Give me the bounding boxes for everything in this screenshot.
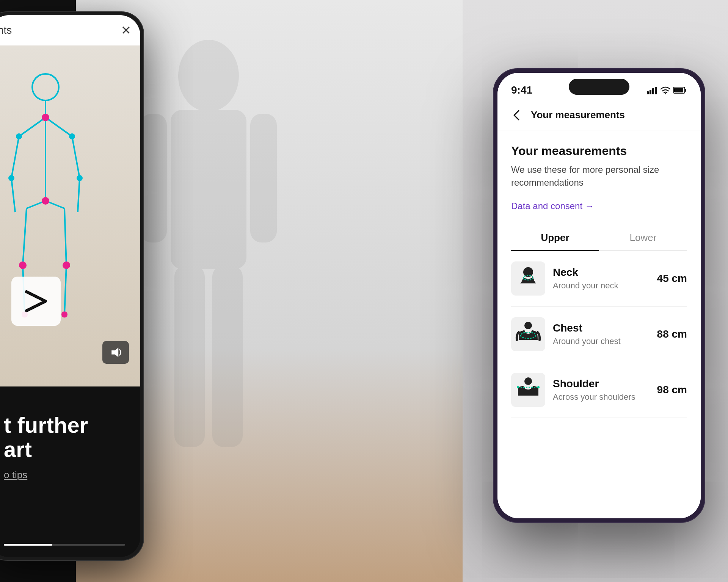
svg-point-22 — [42, 197, 49, 205]
svg-line-10 — [11, 136, 19, 178]
chest-icon-box — [511, 317, 545, 351]
svg-point-44 — [524, 377, 532, 385]
svg-rect-1 — [171, 110, 246, 269]
tab-lower[interactable]: Lower — [599, 225, 687, 250]
svg-point-23 — [19, 261, 27, 269]
svg-rect-5 — [212, 265, 243, 447]
left-phone-top-bar: nts ✕ — [0, 15, 140, 45]
svg-rect-34 — [652, 88, 654, 94]
status-time: 9:41 — [511, 84, 532, 96]
measurement-row-neck: Neck Around your neck 45 cm — [511, 251, 687, 307]
svg-point-21 — [42, 114, 49, 121]
svg-point-47 — [537, 386, 540, 388]
measurements-subtext: We use these for more personal size reco… — [511, 163, 687, 189]
svg-point-6 — [32, 74, 59, 100]
shoulder-value: 98 cm — [657, 384, 687, 396]
svg-rect-32 — [647, 91, 649, 94]
phone-left-screen: nts ✕ — [0, 15, 140, 557]
svg-line-17 — [23, 208, 27, 265]
svg-line-11 — [11, 178, 15, 212]
svg-line-19 — [64, 208, 66, 265]
phone-left: nts ✕ — [0, 11, 144, 561]
svg-point-29 — [8, 175, 14, 181]
shoulder-name: Shoulder — [553, 378, 650, 390]
wifi-icon — [661, 86, 670, 94]
measurement-row-chest: Chest Around your chest 88 cm — [511, 307, 687, 362]
dynamic-island — [569, 79, 629, 95]
svg-line-8 — [19, 117, 46, 136]
shoulder-info: Shoulder Across your shoulders — [553, 378, 650, 402]
chest-info: Chest Around your chest — [553, 322, 650, 346]
neck-value: 45 cm — [657, 272, 687, 285]
phone-right: 9:41 — [493, 68, 705, 523]
svg-point-42 — [524, 322, 532, 329]
measurement-row-shoulder: Shoulder Across your shoulders 98 cm — [511, 362, 687, 418]
neck-info: Neck Around your neck — [553, 266, 650, 291]
ar-sound-button[interactable] — [102, 341, 129, 364]
svg-rect-4 — [174, 265, 205, 447]
right-content: Your measurements We use these for more … — [497, 130, 701, 518]
svg-point-30 — [77, 175, 83, 181]
svg-rect-2 — [140, 114, 167, 242]
tab-upper[interactable]: Upper — [511, 225, 599, 250]
tabs-container: Upper Lower — [511, 225, 687, 251]
svg-line-13 — [78, 178, 80, 212]
chest-value: 88 cm — [657, 328, 687, 340]
neck-icon-box — [511, 261, 545, 296]
battery-icon — [673, 86, 687, 94]
shoulder-desc: Across your shoulders — [553, 392, 650, 402]
svg-point-28 — [69, 133, 75, 139]
svg-rect-38 — [685, 89, 686, 92]
svg-marker-31 — [111, 347, 118, 357]
left-close-button[interactable]: ✕ — [121, 23, 131, 38]
left-phone-bottom: t further art o tips — [0, 398, 140, 557]
svg-point-46 — [517, 386, 519, 388]
measurements-heading: Your measurements — [511, 144, 687, 158]
left-bottom-main-text: t further art — [4, 413, 125, 462]
svg-line-9 — [46, 117, 72, 136]
svg-point-26 — [61, 311, 67, 318]
svg-point-24 — [63, 261, 70, 269]
chest-desc: Around your chest — [553, 336, 650, 346]
svg-line-20 — [64, 265, 66, 314]
neck-desc: Around your neck — [553, 281, 650, 291]
svg-rect-3 — [250, 114, 277, 242]
svg-rect-35 — [655, 87, 657, 94]
phone-right-screen: 9:41 — [497, 73, 701, 518]
measurement-list: Neck Around your neck 45 cm — [511, 251, 687, 418]
left-phone-screen-title: nts — [0, 24, 12, 36]
svg-rect-33 — [650, 90, 651, 94]
ar-next-button[interactable] — [11, 277, 61, 326]
chest-name: Chest — [553, 322, 650, 334]
status-icons — [647, 86, 687, 94]
svg-point-36 — [665, 93, 666, 94]
signal-icon — [647, 86, 657, 94]
neck-name: Neck — [553, 266, 650, 278]
nav-back-button[interactable] — [508, 107, 525, 124]
left-progress-bar-container — [4, 544, 125, 546]
left-progress-bar-fill — [4, 544, 52, 546]
svg-rect-39 — [674, 88, 683, 92]
right-nav-bar: Your measurements — [497, 100, 701, 130]
left-tips-link[interactable]: o tips — [4, 469, 125, 481]
left-phone-ar-area — [0, 45, 140, 386]
data-consent-link[interactable]: Data and consent → — [511, 201, 687, 211]
shoulder-icon-box — [511, 373, 545, 407]
svg-line-12 — [72, 136, 80, 178]
svg-point-0 — [178, 40, 239, 112]
svg-point-27 — [16, 133, 22, 139]
nav-title: Your measurements — [531, 109, 625, 121]
